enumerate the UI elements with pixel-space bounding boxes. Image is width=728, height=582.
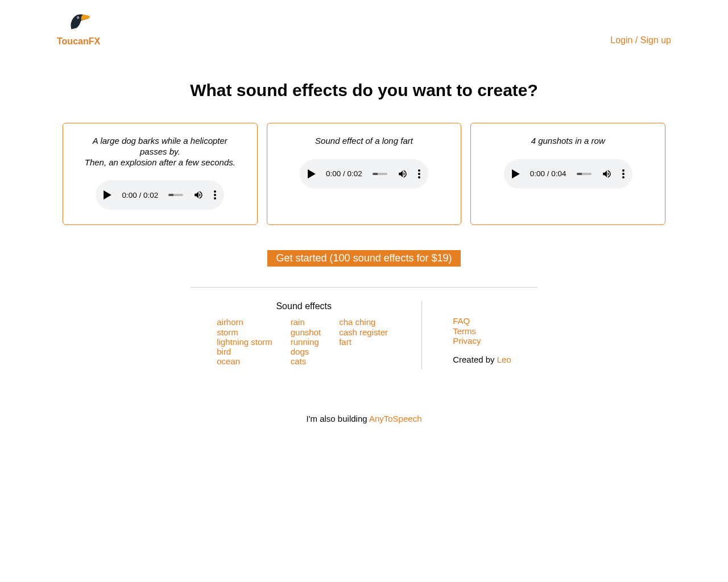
svg-point-3 (214, 194, 216, 196)
svg-point-1 (77, 17, 78, 18)
sound-link[interactable]: storm (217, 327, 272, 337)
sound-link[interactable]: dogs (291, 347, 321, 356)
get-started-button[interactable]: Get started (100 sound effects for $19) (267, 250, 461, 267)
anytospeech-link[interactable]: AnyToSpeech (369, 414, 422, 423)
sound-link[interactable]: gunshot (291, 327, 321, 337)
faq-link[interactable]: FAQ (453, 316, 511, 326)
audio-time: 0:00 / 0:02 (326, 169, 362, 178)
login-signup-link[interactable]: Login / Sign up (610, 35, 671, 45)
sound-effects-heading: Sound effects (217, 301, 391, 311)
sound-link[interactable]: cha ching (339, 317, 388, 327)
sound-link[interactable]: bird (217, 347, 272, 356)
play-icon[interactable] (308, 169, 316, 178)
audio-progress-bar[interactable] (373, 173, 387, 175)
privacy-link[interactable]: Privacy (453, 336, 511, 346)
sound-link[interactable]: fart (339, 337, 388, 347)
author-link[interactable]: Leo (497, 355, 511, 364)
svg-point-4 (214, 197, 216, 199)
sound-link[interactable]: airhorn (217, 317, 272, 327)
audio-progress-bar[interactable] (577, 173, 592, 175)
volume-icon[interactable] (398, 169, 408, 179)
play-icon[interactable] (104, 190, 111, 199)
audio-player[interactable]: 0:00 / 0:02 (300, 159, 428, 189)
divider (191, 287, 537, 288)
svg-point-10 (622, 176, 624, 178)
page-title: What sound effects do you want to create… (63, 81, 665, 100)
brand-name: ToucanFX (57, 36, 100, 47)
svg-point-5 (418, 169, 420, 172)
play-icon[interactable] (512, 169, 520, 178)
example-description: 4 gunshots in a row (531, 136, 605, 147)
sound-link[interactable]: cats (291, 356, 321, 366)
example-description: Sound effect of a long fart (315, 136, 413, 147)
sound-link[interactable]: running (291, 337, 321, 347)
terms-link[interactable]: Terms (453, 326, 511, 336)
audio-time: 0:00 / 0:04 (530, 169, 566, 178)
sound-link[interactable]: cash register (339, 327, 388, 337)
footer: Sound effects airhorn storm lightning st… (63, 301, 665, 369)
more-icon[interactable] (418, 169, 420, 178)
sound-link[interactable]: rain (291, 317, 321, 327)
example-card: A large dog barks while a helicopter pas… (63, 123, 258, 225)
svg-point-6 (418, 173, 420, 175)
audio-player[interactable]: 0:00 / 0:04 (504, 159, 632, 189)
audio-progress-bar[interactable] (168, 194, 183, 196)
more-icon[interactable] (214, 190, 216, 199)
audio-time: 0:00 / 0:02 (122, 191, 158, 199)
also-building: I'm also building AnyToSpeech (63, 414, 665, 423)
svg-point-2 (214, 190, 216, 193)
sound-link[interactable]: ocean (217, 356, 272, 366)
svg-point-9 (622, 173, 624, 175)
created-by: Created by Leo (453, 355, 511, 364)
toucan-logo-icon (67, 11, 90, 34)
example-description: A large dog barks while a helicopter pas… (80, 136, 239, 168)
svg-point-7 (418, 176, 420, 178)
logo-link[interactable]: ToucanFX (57, 11, 100, 47)
example-card: Sound effect of a long fart 0:00 / 0:02 (267, 123, 462, 225)
audio-player[interactable]: 0:00 / 0:02 (96, 180, 224, 210)
example-card: 4 gunshots in a row 0:00 / 0:04 (470, 123, 665, 225)
volume-icon[interactable] (193, 190, 204, 200)
more-icon[interactable] (622, 169, 624, 178)
example-cards: A large dog barks while a helicopter pas… (63, 123, 665, 225)
svg-point-8 (622, 169, 624, 172)
volume-icon[interactable] (602, 169, 612, 179)
sound-link[interactable]: lightning storm (217, 337, 272, 347)
